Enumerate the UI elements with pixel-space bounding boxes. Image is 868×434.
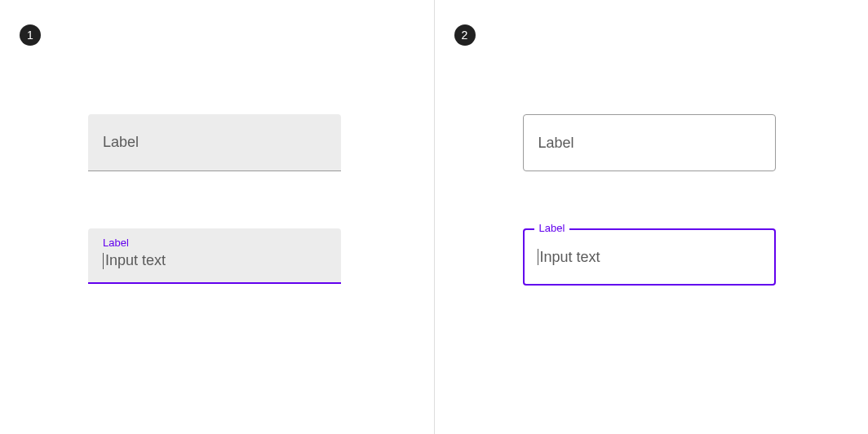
panel-filled: 1 Label Label Input text xyxy=(0,0,435,434)
field-area: Label Label Input text xyxy=(24,114,410,284)
textfield-floating-label: Label xyxy=(103,237,326,249)
container: 1 Label Label Input text 2 Labe xyxy=(0,0,868,434)
panel-badge: 1 xyxy=(20,24,41,46)
panel-outlined: 2 Label Label Input text xyxy=(435,0,869,434)
text-cursor-icon xyxy=(103,253,104,269)
textfield-input-text: Input text xyxy=(540,249,600,266)
outlined-textfield-focused[interactable]: Label Input text xyxy=(523,228,776,286)
textfield-label: Label xyxy=(103,134,139,151)
field-area: Label Label Input text xyxy=(459,114,844,286)
panel-badge: 2 xyxy=(454,24,476,46)
input-row: Input text xyxy=(538,249,600,266)
textfield-label: Label xyxy=(538,135,574,152)
filled-textfield-focused[interactable]: Label Input text xyxy=(88,228,341,284)
panel-badge-number: 2 xyxy=(462,29,468,42)
textfield-input-text: Input text xyxy=(105,252,166,269)
textfield-floating-label: Label xyxy=(534,222,570,234)
panel-badge-number: 1 xyxy=(27,29,33,42)
outlined-textfield-inactive[interactable]: Label xyxy=(523,114,776,171)
input-row: Input text xyxy=(103,252,326,269)
text-cursor-icon xyxy=(538,249,538,265)
filled-textfield-inactive[interactable]: Label xyxy=(88,114,341,171)
